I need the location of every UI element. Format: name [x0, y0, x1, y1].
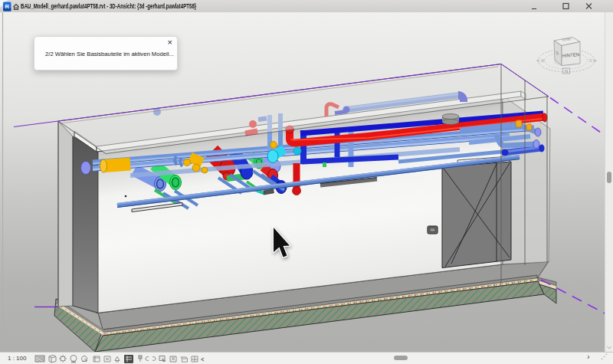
svg-text:W: W [541, 59, 545, 63]
svg-text:N: N [565, 69, 568, 74]
svg-text:R: R [5, 3, 9, 10]
svg-text:O: O [589, 59, 592, 63]
